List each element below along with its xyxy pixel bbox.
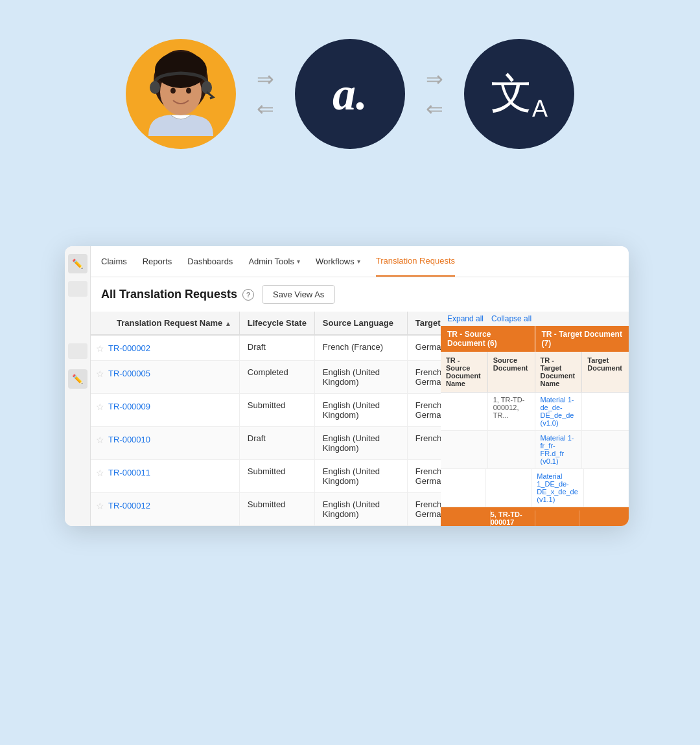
nav-claims[interactable]: Claims: [101, 246, 127, 277]
right-panel-cell-t1d[interactable]: Material 1_DE_de-DE_x_de_de (v1.1): [531, 469, 584, 507]
cell-name-4: ☆ TR-000010: [91, 427, 239, 460]
sort-icon[interactable]: ▲: [225, 320, 231, 327]
logo-letter: a.: [332, 67, 368, 121]
tr-link-3[interactable]: TR-000009: [108, 402, 150, 411]
star-icon-3[interactable]: ☆: [96, 402, 104, 412]
save-view-button[interactable]: Save View As: [262, 285, 335, 304]
cell-lifecycle-1: Draft: [239, 335, 314, 361]
hero-section: ⇒ ⇐ a. ⇒ ⇐ 文A: [0, 0, 700, 175]
right-panel-row-1b: Material 1-fr_fr-FR.d_fr (v0.1): [441, 431, 629, 469]
nav-reports[interactable]: Reports: [143, 246, 172, 277]
right-panel-cell-s1b: 1, TR-TD-000012, TR...: [488, 393, 535, 430]
main-content: Claims Reports Dashboards Admin Tools ▾ …: [91, 246, 629, 526]
translate-circle: 文A: [464, 39, 574, 149]
tr-link-5[interactable]: TR-000011: [108, 468, 150, 477]
col-header-lifecycle: Lifecycle State: [239, 312, 314, 335]
right-panel-separator: 5, TR-TD-000017: [441, 507, 629, 526]
target-doc-name-col: TR - Target Document Name: [535, 352, 583, 392]
cell-source-1: French (France): [314, 335, 407, 361]
star-icon-1[interactable]: ☆: [96, 343, 104, 354]
logo-circle: a.: [295, 39, 405, 149]
right-panel-cell-s1: [441, 393, 488, 430]
target-doc-header: TR - Target Document (7): [535, 326, 629, 352]
translate-icon: 文A: [491, 65, 548, 122]
right-panel-cell-t1b: [582, 393, 629, 430]
svg-point-5: [150, 81, 160, 94]
cell-source-5: English (United Kingdom): [314, 460, 407, 493]
nav-dashboards[interactable]: Dashboards: [187, 246, 233, 277]
cell-name-6: ☆ TR-000012: [91, 493, 239, 526]
right-panel-headers: TR - Source Document (6) TR - Target Doc…: [441, 326, 629, 526]
tr-link-6[interactable]: TR-000012: [108, 501, 150, 510]
sidebar-icon-1[interactable]: ✏️: [68, 254, 88, 273]
ui-card: ✏️ ✏️ Claims Reports Dashboards Admin To…: [65, 246, 629, 526]
svg-point-2: [155, 52, 207, 88]
tr-link-4[interactable]: TR-000010: [108, 435, 150, 444]
help-icon[interactable]: ?: [242, 289, 254, 301]
table-container: Expand all Collapse all TR - Source Docu…: [91, 312, 629, 526]
nav-admin-tools[interactable]: Admin Tools ▾: [248, 246, 300, 277]
cell-lifecycle-2: Completed: [239, 361, 314, 394]
person-avatar: [126, 39, 236, 149]
right-panel-row-1c: Material 1_DE_de-DE_x_de_de (v1.1): [441, 469, 629, 507]
source-doc-name-col: TR - Source Document Name: [441, 352, 488, 392]
admin-tools-dropdown-icon: ▾: [297, 258, 300, 265]
right-panel-row-1: 1, TR-TD-000012, TR... Material 1-de_de-…: [441, 393, 629, 431]
toolbar: All Translation Requests ? Save View As: [91, 277, 629, 312]
cell-name-3: ☆ TR-000009: [91, 394, 239, 427]
cell-source-2: English (United Kingdom): [314, 361, 407, 394]
cell-name-1: ☆ TR-000002: [91, 335, 239, 361]
cell-name-5: ☆ TR-000011: [91, 460, 239, 493]
source-doc-col2: Source Document: [488, 352, 535, 392]
cell-source-3: English (United Kingdom): [314, 394, 407, 427]
svg-point-4: [186, 88, 191, 94]
tr-link-1[interactable]: TR-000002: [108, 343, 150, 353]
cell-source-4: English (United Kingdom): [314, 427, 407, 460]
sidebar: ✏️ ✏️: [65, 246, 91, 526]
right-arrows: ⇒ ⇐: [426, 67, 443, 121]
col-header-source-lang: Source Language: [314, 312, 407, 335]
sidebar-element-2: [68, 343, 88, 359]
workflows-dropdown-icon: ▾: [357, 258, 360, 265]
collapse-all-link[interactable]: Collapse all: [491, 314, 531, 323]
cell-lifecycle-4: Draft: [239, 427, 314, 460]
nav-bar: Claims Reports Dashboards Admin Tools ▾ …: [91, 246, 629, 277]
expand-collapse-bar: Expand all Collapse all: [441, 312, 629, 327]
cell-name-2: ☆ TR-000005: [91, 361, 239, 394]
cell-lifecycle-6: Submitted: [239, 493, 314, 526]
page-title: All Translation Requests ?: [101, 288, 254, 301]
svg-point-3: [170, 88, 176, 94]
tr-link-2[interactable]: TR-000005: [108, 369, 150, 378]
nav-translation-requests[interactable]: Translation Requests: [376, 246, 455, 277]
expand-all-link[interactable]: Expand all: [447, 314, 484, 323]
cell-lifecycle-5: Submitted: [239, 460, 314, 493]
target-doc-col2: Target Document: [582, 352, 629, 392]
cell-lifecycle-3: Submitted: [239, 394, 314, 427]
nav-workflows[interactable]: Workflows ▾: [316, 246, 360, 277]
source-doc-header: TR - Source Document (6): [441, 326, 535, 352]
col-header-name: Translation Request Name ▲: [91, 312, 239, 335]
star-icon-4[interactable]: ☆: [96, 435, 104, 445]
sidebar-element-1: [68, 281, 88, 297]
star-icon-5[interactable]: ☆: [96, 468, 104, 478]
star-icon-6[interactable]: ☆: [96, 501, 104, 511]
left-arrows: ⇒ ⇐: [257, 67, 274, 121]
right-panel-cell-t1[interactable]: Material 1-de_de-DE_de_de (v1.0): [535, 393, 583, 430]
cell-source-6: English (United Kingdom): [314, 493, 407, 526]
star-icon-2[interactable]: ☆: [96, 369, 104, 379]
sidebar-icon-2[interactable]: ✏️: [68, 369, 88, 389]
right-panel-cell-t1c[interactable]: Material 1-fr_fr-FR.d_fr (v0.1): [535, 431, 583, 468]
